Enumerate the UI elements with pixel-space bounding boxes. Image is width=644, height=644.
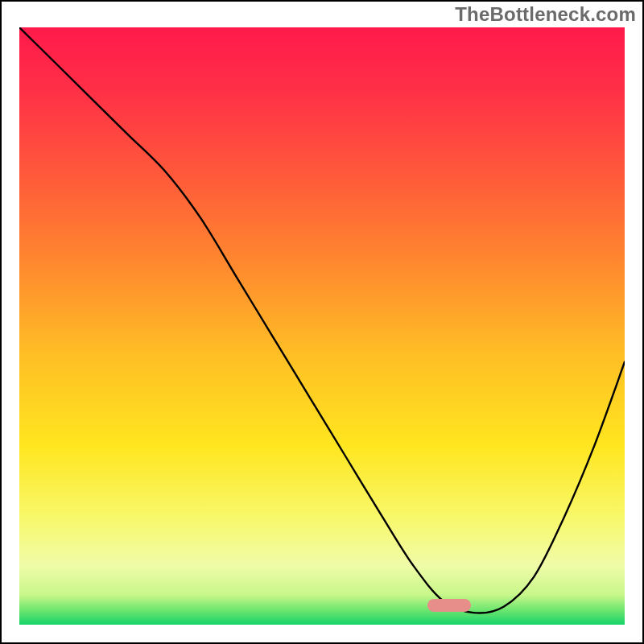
watermark-text: TheBottleneck.com xyxy=(455,3,636,26)
optimal-marker xyxy=(427,599,471,612)
chart-frame: TheBottleneck.com xyxy=(0,0,644,644)
plot-area xyxy=(19,27,625,625)
chart-svg xyxy=(19,27,625,625)
